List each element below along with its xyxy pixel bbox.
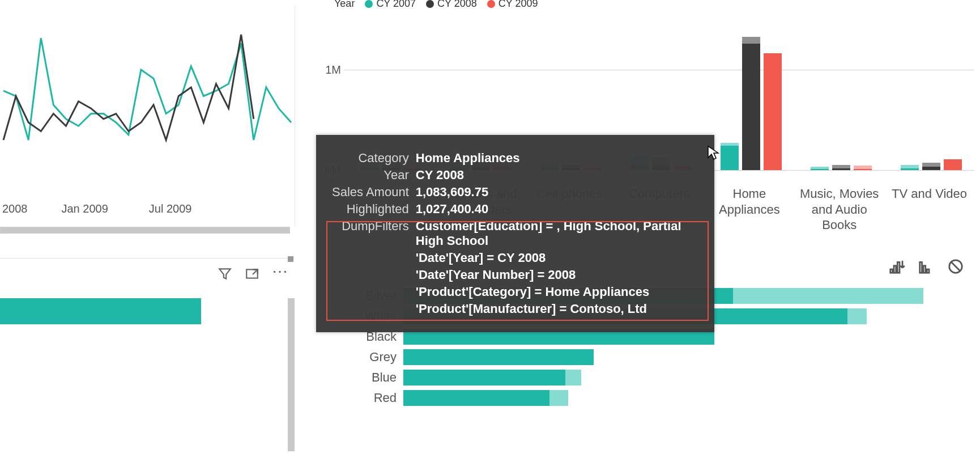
svg-rect-2 — [894, 266, 896, 273]
hbar-row[interactable]: Blue — [320, 369, 974, 386]
bar[interactable] — [922, 163, 940, 170]
bar-group[interactable] — [721, 37, 782, 170]
bar-chart-legend: Year CY 2007 CY 2008 CY 2009 — [334, 0, 538, 10]
tooltip-field-value: Customer[Education] = , High School, Par… — [416, 218, 698, 249]
hbar-segment-highlight[interactable] — [403, 370, 565, 385]
bar[interactable] — [764, 53, 782, 170]
legend-item: CY 2009 — [487, 0, 538, 10]
resize-handle-icon[interactable] — [288, 256, 293, 262]
clear-sort-icon[interactable] — [947, 258, 964, 277]
svg-rect-3 — [897, 262, 900, 273]
line-chart[interactable]: 2008 Jan 2009 Jul 2009 — [0, 6, 295, 227]
x-tick: Jan 2009 — [62, 202, 108, 215]
legend-item: CY 2008 — [426, 0, 477, 10]
svg-rect-1 — [890, 269, 893, 273]
datapoint-tooltip: CategoryHome AppliancesYearCY 2008Sales … — [316, 135, 714, 332]
tooltip-field-label: Sales Amount — [332, 184, 416, 201]
y-tick: 1M — [325, 63, 341, 76]
focus-mode-icon[interactable] — [245, 266, 259, 285]
hbar-segment-highlight[interactable] — [403, 390, 549, 406]
svg-line-8 — [952, 262, 960, 271]
visual-scrollbar-vertical[interactable] — [288, 298, 295, 451]
legend-label: Year — [334, 0, 355, 10]
hbar-category-label: Red — [320, 391, 403, 405]
sort-descending-icon[interactable] — [888, 258, 905, 277]
mouse-cursor-icon — [707, 145, 719, 164]
hbar-category-label: Blue — [320, 370, 403, 385]
tooltip-field-label: Highlighted — [332, 201, 416, 218]
tooltip-field-value: Home Appliances — [416, 150, 698, 167]
bar[interactable] — [811, 167, 829, 171]
filter-icon[interactable] — [218, 266, 232, 285]
legend-item: CY 2007 — [365, 0, 416, 10]
svg-rect-4 — [920, 262, 922, 273]
x-tick: TV and Video — [887, 186, 972, 202]
svg-rect-5 — [923, 266, 926, 273]
tooltip-field-label — [332, 249, 416, 266]
tooltip-field-label — [332, 266, 416, 283]
tooltip-field-label: Year — [332, 167, 416, 184]
tooltip-field-label — [332, 283, 416, 300]
tooltip-field-value: 'Date'[Year Number] = 2008 — [416, 266, 698, 283]
tooltip-field-value: 'Product'[Manufacturer] = Contoso, Ltd — [416, 300, 698, 317]
tooltip-field-value: 1,027,400.40 — [416, 201, 698, 218]
hbar-row[interactable]: Grey — [320, 349, 974, 366]
more-options-icon[interactable]: ⋯ — [272, 266, 288, 285]
x-tick: Music, Movies and Audio Books — [796, 186, 882, 233]
tooltip-field-value: 1,083,609.75 — [416, 184, 698, 201]
tooltip-field-label: Category — [332, 150, 416, 167]
hbar-row[interactable]: Red — [320, 389, 974, 406]
bar[interactable] — [901, 165, 919, 170]
visual-header-tools: ⋯ — [218, 266, 288, 285]
bar[interactable] — [721, 143, 739, 170]
line-chart-scrollbar[interactable] — [0, 227, 290, 234]
bar[interactable] — [832, 165, 850, 170]
line-series[interactable] — [3, 35, 254, 140]
tooltip-field-label: DumpFilters — [332, 218, 416, 249]
tooltip-field-value: 'Date'[Year] = CY 2008 — [416, 249, 698, 266]
tooltip-field-value: CY 2008 — [416, 167, 698, 184]
bar[interactable] — [742, 37, 760, 170]
tooltip-field-label — [332, 300, 416, 317]
bar-group[interactable] — [811, 165, 872, 170]
visual-header-tools — [888, 258, 964, 277]
svg-rect-6 — [927, 269, 929, 273]
tooltip-field-value: 'Product'[Category] = Home Appliances — [416, 283, 698, 300]
bar[interactable] — [944, 159, 962, 171]
x-tick: Jul 2009 — [149, 202, 192, 215]
x-tick: Home Appliances — [706, 186, 792, 217]
bar[interactable] — [854, 166, 872, 170]
sort-ascending-icon[interactable] — [918, 258, 935, 277]
line-chart-x-axis: 2008 Jan 2009 Jul 2009 — [0, 202, 295, 215]
bar-group[interactable] — [901, 159, 962, 171]
hbar-segment-highlight[interactable] — [403, 349, 594, 365]
bar-segment[interactable] — [0, 298, 201, 324]
hbar-category-label: Grey — [320, 350, 403, 365]
x-tick: 2008 — [2, 202, 28, 215]
visual-tile-left[interactable]: ⋯ — [0, 258, 295, 457]
